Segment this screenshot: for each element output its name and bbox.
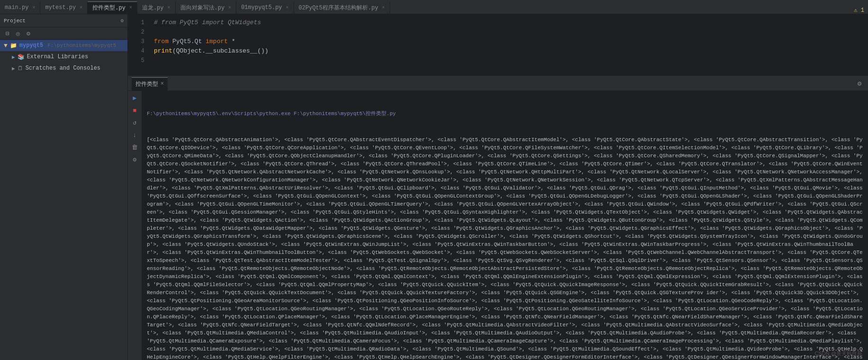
console-tab-close-icon[interactable]: × [161, 81, 164, 87]
watermark: CSDN @景天科技苑 [815, 350, 862, 357]
console-content-wrap: ▶ ■ ↺ ↓ 🗑 ⚙ F:\pythonitems\mypyqt5\.env\… [128, 91, 868, 360]
tab-oop-py[interactable]: 面向对象写法.py × [176, 1, 237, 14]
external-libraries-label: External Libraries [27, 54, 89, 60]
sidebar-collapse-btn[interactable]: ⊟ [3, 29, 12, 38]
line-numbers: 1 2 3 4 5 [128, 14, 149, 76]
warning-indicator: ⚠ 1 [854, 7, 864, 14]
tab-close-icon[interactable]: × [129, 5, 132, 10]
console-tab-widget-type[interactable]: 控件类型 × [132, 77, 168, 90]
tab-main-py[interactable]: main.py × [0, 1, 40, 14]
console-header: 控件类型 × ⚙ [128, 77, 868, 91]
folder-icon: ▼ [4, 42, 8, 49]
code-line-3: from PyQt5.Qt import * [154, 37, 868, 46]
lib-folder-icon: 📚 [18, 54, 25, 61]
code-line-5 [154, 56, 868, 65]
scratch-folder-icon: 🗒 [18, 65, 23, 72]
tab-bar: main.py × mytest.py × 控件类型.py × 追龙.py × … [0, 0, 868, 14]
main-area: Project ⚙ ⊟ ◎ ⚙ ▼ 📁 mypyqt5 F:\pythonite… [0, 14, 868, 360]
project-folder-icon: 📁 [10, 42, 17, 49]
console-area: 控件类型 × ⚙ ▶ ■ ↺ ↓ 🗑 ⚙ F:\pythonitems\mypy… [128, 76, 868, 360]
code-line-4: print(QObject.__subclasses__()) [154, 46, 868, 56]
tab-label: 01mypyqt5.py [241, 4, 282, 11]
tab-close-icon[interactable]: × [286, 5, 289, 10]
sidebar-item-external-libraries[interactable]: ▶ 📚 External Libraries [0, 51, 127, 63]
project-label: Project [4, 18, 26, 24]
tab-label: 02PyQt5程序基本结构解析.py [299, 4, 378, 12]
tab-label: 面向对象写法.py [180, 4, 225, 12]
project-path: F:\pythonitems\mypyqt5 [47, 43, 116, 48]
tab-label: mytest.py [45, 4, 76, 11]
tab-02pyqt5-py[interactable]: 02PyQt5程序基本结构解析.py × [294, 1, 390, 14]
tab-01mypyqt5-py[interactable]: 01mypyqt5.py × [236, 1, 294, 14]
sidebar-item-mypyqt5[interactable]: ▼ 📁 mypyqt5 F:\pythonitems\mypyqt5 [0, 40, 127, 51]
console-stop-btn[interactable]: ■ [130, 105, 140, 116]
tab-close-icon[interactable]: × [32, 5, 35, 10]
scratch-icon: ▶ [12, 65, 15, 72]
console-rerun-btn[interactable]: ↺ [130, 117, 140, 128]
console-run-btn[interactable]: ▶ [130, 93, 140, 103]
sidebar-settings-btn[interactable]: ⚙ [24, 29, 33, 38]
sidebar-header: Project ⚙ [0, 14, 127, 27]
console-toolbar: ▶ ■ ↺ ↓ 🗑 ⚙ [128, 91, 142, 360]
code-line-2 [154, 27, 868, 37]
sidebar-settings-icon[interactable]: ⚙ [120, 18, 124, 24]
console-output[interactable]: F:\pythonitems\mypyqt5\.env\Scripts\pyth… [142, 91, 868, 360]
console-scroll-btn[interactable]: ↓ [130, 130, 140, 140]
library-icon: ▶ [12, 54, 15, 60]
console-output-text: [<class 'PyQt5.QtCore.QAbstractAnimation… [147, 136, 863, 360]
tab-mytest-py[interactable]: mytest.py × [40, 1, 88, 14]
tab-close-icon[interactable]: × [168, 5, 170, 10]
tab-close-icon[interactable]: × [80, 5, 82, 10]
console-path-line: F:\pythonitems\mypyqt5\.env\Scripts\pyth… [147, 110, 863, 118]
project-name: mypyqt5 [19, 42, 43, 49]
scratches-label: Scratches and Consoles [26, 65, 100, 72]
tab-label: main.py [5, 4, 28, 11]
sidebar-toolbar: ⊟ ◎ ⚙ [0, 27, 127, 40]
console-tab-label: 控件类型 [135, 80, 158, 88]
tab-widget-type-py[interactable]: 控件类型.py × [88, 1, 137, 14]
editor-content[interactable]: # from PyQt5 import QtWidgets from PyQt5… [149, 14, 868, 76]
tab-close-icon[interactable]: × [382, 5, 385, 10]
code-line-1: # from PyQt5 import QtWidgets [154, 18, 868, 27]
console-settings-btn[interactable]: ⚙ [855, 79, 864, 89]
sidebar: Project ⚙ ⊟ ◎ ⚙ ▼ 📁 mypyqt5 F:\pythonite… [0, 14, 128, 360]
console-settings-side-btn[interactable]: ⚙ [130, 154, 140, 165]
tab-zhulong-py[interactable]: 追龙.py × [137, 1, 176, 14]
console-clear-btn[interactable]: 🗑 [130, 142, 140, 153]
tab-label: 控件类型.py [92, 4, 125, 12]
sidebar-item-scratches[interactable]: ▶ 🗒 Scratches and Consoles [0, 63, 127, 74]
tab-close-icon[interactable]: × [228, 5, 231, 10]
tab-label: 追龙.py [142, 4, 164, 12]
sidebar-locate-btn[interactable]: ◎ [13, 29, 23, 38]
